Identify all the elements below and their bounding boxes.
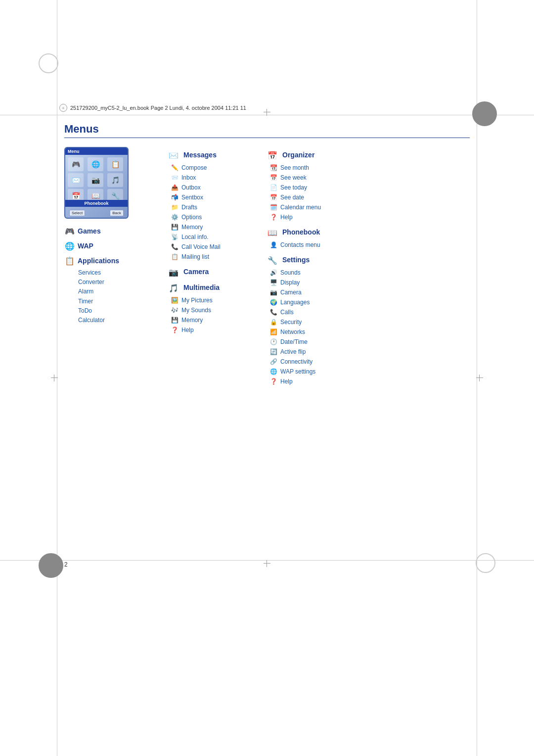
settings-title: Settings [282,256,310,264]
call-voice-mail-label: Call Voice Mail [181,242,221,251]
subitem-languages[interactable]: 🌍Languages [267,297,470,307]
category-games: 🎮Games [64,226,163,236]
applications-label: Applications [78,257,119,265]
page-number: 2 [64,561,68,568]
subitem-options[interactable]: ⚙️Options [168,212,262,222]
networks-label: Networks [280,328,305,336]
organizer-icon: 📅 [267,150,278,161]
subitem-services[interactable]: Services [78,268,163,278]
section-phonebook: 📖Phonebook👤Contacts menu [267,227,470,250]
subitem-date-time[interactable]: 🕐Date/Time [267,337,470,347]
date-time-label: Date/Time [280,337,308,346]
my-sounds-label: My Sounds [181,306,211,315]
section-messages: ✉️Messages✏️Compose📨Inbox📤Outbox📬Sentbox… [168,150,262,262]
subitem-inbox[interactable]: 📨Inbox [168,173,262,183]
phone-icon-5: 📷 [88,173,103,187]
phone-softkeys: Select Back [65,210,128,216]
circle-bottom-left [39,553,63,578]
see-month-icon: 📆 [269,163,278,172]
help-label: Help [280,377,293,386]
subitem-memory[interactable]: 💾Memory [168,222,262,232]
subitem-todo[interactable]: ToDo [78,306,163,316]
networks-icon: 📶 [269,328,278,336]
subitem-see-week[interactable]: 📅See week [267,173,470,183]
phone-softkey-right: Back [110,210,124,216]
subitem-networks[interactable]: 📶Networks [267,327,470,337]
subitem-connectivity[interactable]: 🔗Connectivity [267,357,470,367]
left-column: Menu 🎮 🌐 📋 ✉️ 📷 🎵 📅 📖 🔧 Phonebook Select… [64,147,163,329]
see-week-icon: 📅 [269,173,278,182]
subitem-my-pictures[interactable]: 🖼️My Pictures [168,295,262,305]
circle-top-right [472,101,497,126]
help-icon: ❓ [269,213,278,222]
subitem-alarm[interactable]: Alarm [78,287,163,296]
subitem-sounds[interactable]: 🔊Sounds [267,268,470,278]
subitem-help[interactable]: ❓Help [267,377,470,386]
subitem-my-sounds[interactable]: 🎶My Sounds [168,305,262,315]
games-icon: 🎮 [64,226,75,236]
subitem-call-voice-mail[interactable]: 📞Call Voice Mail [168,242,262,252]
subitem-see-month[interactable]: 📆See month [267,163,470,173]
subitem-security[interactable]: 🔒Security [267,317,470,327]
subitem-mailing-list[interactable]: 📋Mailing list [168,252,262,262]
subitem-wap-settings[interactable]: 🌐WAP settings [267,367,470,377]
subitem-calculator[interactable]: Calculator [78,316,163,325]
inbox-label: Inbox [181,173,196,182]
subitem-see-today[interactable]: 📄See today [267,183,470,192]
subitem-outbox[interactable]: 📤Outbox [168,183,262,192]
left-section-wap: 🌐WAP [64,240,163,251]
subitem-timer[interactable]: Timer [78,297,163,306]
multimedia-title: Multimedia [183,284,220,291]
subitem-calls[interactable]: 📞Calls [267,307,470,317]
phone-label-bar: Phonebook [65,200,128,207]
phone-icon-3: 📋 [107,157,123,171]
organizer-header: 📅Organizer [267,150,470,161]
camera-icon: 📷 [269,288,278,297]
contacts-menu-icon: 👤 [269,240,278,249]
messages-icon: ✉️ [168,150,179,161]
subitem-calendar-menu[interactable]: 🗓️Calendar menu [267,202,470,212]
wap-icon: 🌐 [64,240,75,251]
subitem-help[interactable]: ❓Help [267,212,470,222]
my-pictures-icon: 🖼️ [170,296,179,305]
wap-settings-label: WAP settings [280,367,315,376]
page-header: 251729200_myC5-2_lu_en.book Page 2 Lundi… [59,104,475,112]
subitem-see-date[interactable]: 📅See date [267,192,470,202]
sentbox-icon: 📬 [170,193,179,202]
subitem-contacts-menu[interactable]: 👤Contacts menu [267,240,470,250]
local-info.-label: Local info. [181,233,209,241]
date-time-icon: 🕐 [269,337,278,346]
sentbox-label: Sentbox [181,193,203,202]
memory-icon: 💾 [170,223,179,232]
memory-label: Memory [181,223,203,232]
contacts-menu-label: Contacts menu [280,240,320,249]
help-icon: ❓ [269,377,278,386]
help-label: Help [181,326,194,334]
subitem-drafts[interactable]: 📁Drafts [168,202,262,212]
games-label: Games [78,227,101,235]
outbox-label: Outbox [181,183,201,192]
subitem-sentbox[interactable]: 📬Sentbox [168,192,262,202]
settings-header: 🔧Settings [267,255,470,266]
subitem-memory[interactable]: 💾Memory [168,315,262,325]
connectivity-icon: 🔗 [269,357,278,366]
subitem-display[interactable]: 🖥️Display [267,278,470,287]
compose-label: Compose [181,163,207,172]
sounds-icon: 🔊 [269,268,278,277]
wap-settings-icon: 🌐 [269,367,278,376]
see-date-label: See date [280,193,304,202]
subitem-help[interactable]: ❓Help [168,325,262,335]
display-icon: 🖥️ [269,278,278,287]
left-section-applications: 📋ApplicationsServicesConverterAlarmTimer… [64,255,163,325]
subitem-active-flip[interactable]: 🔄Active flip [267,347,470,357]
section-organizer: 📅Organizer📆See month📅See week📄See today📅… [267,150,470,222]
cross-middle-right [476,375,483,381]
file-info: 251729200_myC5-2_lu_en.book Page 2 Lundi… [70,105,246,111]
see-date-icon: 📅 [269,193,278,202]
subitem-camera[interactable]: 📷Camera [267,287,470,297]
subitem-compose[interactable]: ✏️Compose [168,163,262,173]
subitem-converter[interactable]: Converter [78,278,163,287]
subitem-local-info.[interactable]: 📡Local info. [168,232,262,242]
help-label: Help [280,213,293,222]
sounds-label: Sounds [280,268,301,277]
